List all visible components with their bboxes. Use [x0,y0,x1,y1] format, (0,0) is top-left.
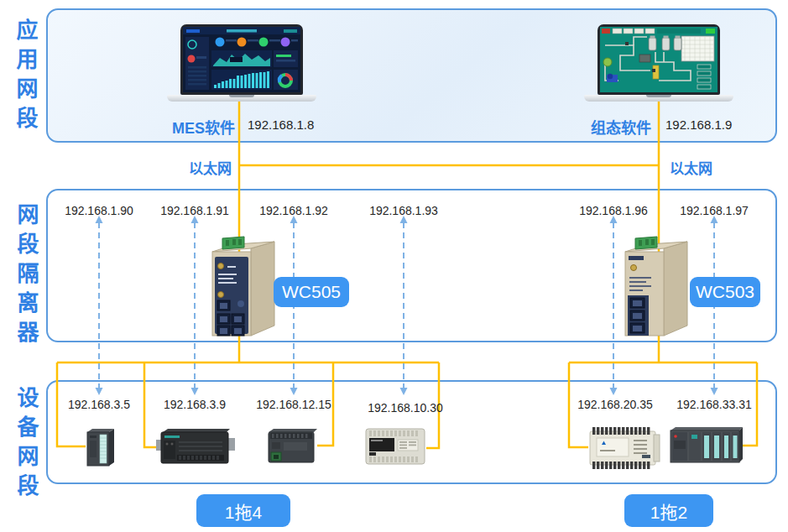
ratio-tag-1-to-2: 1拖2 [624,494,713,527]
siemens-s7-300-plc-image [84,424,116,471]
mitsubishi-q-series-plc-image [669,425,744,469]
delta-dvp-plc-image [587,425,660,475]
section-label-application: 应用网段 [10,18,41,136]
wc505-device-image [204,232,284,344]
scada-laptop-screen [598,24,720,95]
network-topology-diagram: 应用网段 网段隔离器 设备网段 [0,0,788,532]
scada-laptop-notch [646,95,671,97]
scada-ip: 192.168.1.9 [665,117,732,132]
mes-ip: 192.168.1.8 [248,117,314,132]
scada-hmi-image [600,27,718,92]
scada-software-label: 组态软件 [581,116,651,138]
section-label-isolator: 网段隔离器 [11,203,42,350]
ratio-tag-1-to-4: 1拖4 [196,494,290,527]
isolator-ip-4: 192.168.1.93 [353,204,454,217]
isolator-ip-2: 192.168.1.91 [144,204,245,217]
siemens-s7-1200-plc-image [265,425,319,469]
isolator-ip-6: 192.168.1.97 [664,204,765,217]
isolator-ip-1: 192.168.1.90 [49,204,149,217]
isolator-ip-3: 192.168.1.92 [243,204,344,217]
wc505-tag: WC505 [274,277,349,307]
mes-software-label: MES软件 [164,116,235,138]
device-ip-3: 192.168.12.15 [243,398,344,411]
wc503-device-image [617,232,697,344]
mes-dashboard-image [183,27,300,92]
ethernet-label-left: 以太网 [183,157,232,178]
mes-laptop [167,24,316,103]
device-ip-6: 192.168.33.31 [664,398,765,411]
mes-laptop-notch [229,95,254,97]
device-ip-2: 192.168.3.9 [144,398,245,411]
mes-laptop-screen [180,24,303,95]
device-ip-5: 192.168.20.35 [565,398,665,411]
device-ip-1: 192.168.3.5 [49,398,149,411]
section-label-device: 设备网段 [11,386,42,503]
scada-laptop [584,24,733,103]
siemens-s7-200-plc-image [156,427,235,469]
wc503-tag: WC503 [690,277,760,307]
isolator-ip-5: 192.168.1.96 [563,204,664,217]
mitsubishi-fx-plc-image [364,425,426,471]
ethernet-label-right: 以太网 [670,157,712,178]
device-ip-4: 192.168.10.30 [355,401,456,415]
